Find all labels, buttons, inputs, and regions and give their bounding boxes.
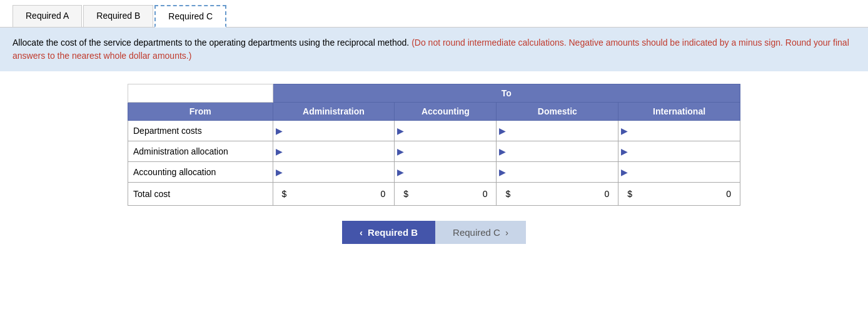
domestic-input-cell: ▶ [497, 121, 618, 141]
admin-input-cell: ▶ [273, 141, 395, 162]
admin-alloc-accounting-input[interactable] [405, 143, 496, 160]
arrow-icon: ▶ [273, 167, 284, 177]
arrow-icon: ▶ [618, 167, 629, 177]
acct-alloc-domestic-input[interactable] [507, 164, 618, 180]
arrow-icon: ▶ [273, 146, 284, 156]
row-label: Administration allocation [128, 141, 273, 162]
row-label: Department costs [128, 121, 273, 141]
total-admin-value: 0 [381, 189, 386, 199]
col-accounting-header: Accounting [395, 103, 497, 121]
dept-domestic-input[interactable] [507, 123, 618, 139]
instructions-black: Allocate the cost of the service departm… [13, 38, 411, 48]
next-button-label: Required C [453, 227, 500, 238]
to-header-label: To [273, 84, 740, 103]
acct-alloc-accounting-input[interactable] [405, 164, 496, 180]
arrow-icon: ▶ [497, 126, 507, 136]
table-row: Department costs ▶ ▶ ▶ [128, 121, 740, 141]
total-domestic-cell: $ 0 [497, 183, 618, 206]
dept-accounting-input[interactable] [405, 123, 496, 139]
arrow-icon: ▶ [497, 146, 507, 156]
arrow-icon: ▶ [618, 126, 629, 136]
to-header-empty [128, 84, 273, 103]
dept-admin-input[interactable] [284, 123, 395, 139]
row-label: Accounting allocation [128, 162, 273, 183]
instructions-box: Allocate the cost of the service departm… [0, 28, 868, 71]
accounting-input-cell: ▶ [395, 141, 497, 162]
total-domestic-value: 0 [604, 189, 609, 199]
total-accounting-cell: $ 0 [395, 183, 497, 206]
tab-required-a[interactable]: Required A [13, 5, 82, 27]
total-accounting-value: 0 [483, 189, 488, 199]
admin-input-cell: ▶ [273, 121, 395, 141]
tab-required-c[interactable]: Required C [154, 5, 226, 28]
arrow-icon: ▶ [395, 146, 405, 156]
table-row: Accounting allocation ▶ ▶ ▶ [128, 162, 740, 183]
prev-arrow-icon: ‹ [360, 227, 363, 238]
prev-button-label: Required B [368, 227, 418, 238]
admin-alloc-international-input[interactable] [629, 143, 740, 160]
arrow-icon: ▶ [273, 126, 284, 136]
dollar-sign: $ [403, 189, 408, 199]
table-container: To From Administration Accounting Domest… [0, 71, 868, 212]
to-header-row: To [128, 84, 740, 103]
prev-button[interactable]: ‹ Required B [342, 221, 435, 244]
admin-input-cell: ▶ [273, 162, 395, 183]
arrow-icon: ▶ [618, 146, 629, 156]
total-international-cell: $ 0 [618, 183, 740, 206]
accounting-input-cell: ▶ [395, 121, 497, 141]
admin-alloc-admin-input[interactable] [284, 143, 395, 160]
dept-international-input[interactable] [629, 123, 740, 139]
tabs-bar: Required A Required B Required C [0, 0, 868, 28]
dollar-sign: $ [627, 189, 632, 199]
international-input-cell: ▶ [618, 141, 740, 162]
from-header-row: From Administration Accounting Domestic … [128, 103, 740, 121]
acct-alloc-international-input[interactable] [629, 164, 740, 180]
arrow-icon: ▶ [395, 126, 405, 136]
accounting-input-cell: ▶ [395, 162, 497, 183]
col-domestic-header: Domestic [497, 103, 618, 121]
dollar-sign: $ [282, 189, 287, 199]
table-row: Administration allocation ▶ ▶ ▶ [128, 141, 740, 162]
total-international-value: 0 [726, 189, 731, 199]
domestic-input-cell: ▶ [497, 162, 618, 183]
col-from-header: From [128, 103, 273, 121]
arrow-icon: ▶ [497, 167, 507, 177]
allocation-table: To From Administration Accounting Domest… [128, 84, 740, 206]
total-admin-cell: $ 0 [273, 183, 395, 206]
admin-alloc-domestic-input[interactable] [507, 143, 618, 160]
next-arrow-icon: › [505, 227, 508, 238]
total-label: Total cost [128, 183, 273, 206]
next-button[interactable]: Required C › [435, 221, 526, 244]
total-row: Total cost $ 0 $ 0 $ 0 [128, 183, 740, 206]
dollar-sign: $ [505, 189, 510, 199]
col-international-header: International [618, 103, 740, 121]
tab-required-b[interactable]: Required B [83, 5, 153, 27]
navigation-buttons: ‹ Required B Required C › [128, 212, 740, 253]
domestic-input-cell: ▶ [497, 141, 618, 162]
col-admin-header: Administration [273, 103, 395, 121]
acct-alloc-admin-input[interactable] [284, 164, 395, 180]
international-input-cell: ▶ [618, 121, 740, 141]
international-input-cell: ▶ [618, 162, 740, 183]
arrow-icon: ▶ [395, 167, 405, 177]
